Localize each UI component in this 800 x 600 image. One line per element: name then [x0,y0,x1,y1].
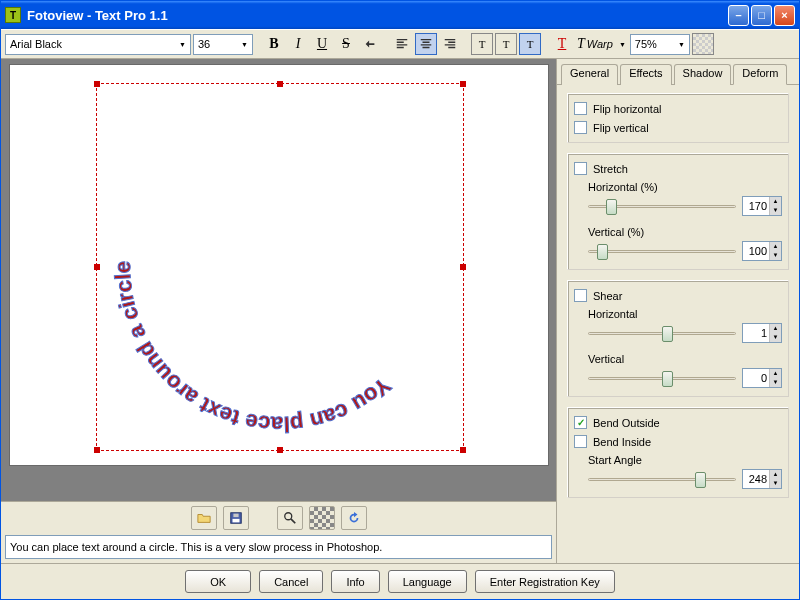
align-left-button[interactable] [391,33,413,55]
strikethrough-button[interactable]: S [335,33,357,55]
shear-v-slider[interactable] [588,368,736,388]
open-button[interactable] [191,506,217,530]
bend-inside-label: Bend Inside [593,436,651,448]
minimize-button[interactable]: – [728,5,749,26]
tab-deform[interactable]: Deform [733,64,787,85]
shear-v-row: Vertical ▲▼ [588,353,782,388]
chevron-down-icon: ▼ [235,41,248,48]
app-window: T Fotoview - Text Pro 1.1 – □ × Arial Bl… [0,0,800,600]
circular-text-path: You can place text around a circle. This… [100,87,396,437]
spin-up-icon[interactable]: ▲ [770,324,781,333]
refresh-button[interactable] [341,506,367,530]
window-title: Fotoview - Text Pro 1.1 [27,8,726,23]
canvas[interactable]: You can place text around a circle. This… [9,64,549,466]
font-size-combo[interactable]: 36 ▼ [193,34,253,55]
text-color-button[interactable]: T [551,33,573,55]
text-input[interactable]: You can place text around a circle. This… [5,535,552,559]
transparency-button[interactable] [692,33,714,55]
svg-rect-2 [232,518,239,522]
cancel-button[interactable]: Cancel [259,570,323,593]
start-angle-value[interactable] [743,472,769,486]
underline-button[interactable]: U [311,33,333,55]
stretch-v-label: Vertical (%) [588,226,782,238]
folder-open-icon [197,511,211,525]
italic-button[interactable]: I [287,33,309,55]
stretch-v-spinner[interactable]: ▲▼ [742,241,782,261]
checkbox-icon [574,162,587,175]
tab-general[interactable]: General [561,64,618,85]
ok-button[interactable]: OK [185,570,251,593]
font-size-value: 36 [198,38,210,50]
tab-shadow[interactable]: Shadow [674,64,732,85]
align-center-button[interactable] [415,33,437,55]
font-family-combo[interactable]: Arial Black ▼ [5,34,191,55]
zoom-combo[interactable]: 75% ▼ [630,34,690,55]
maximize-button[interactable]: □ [751,5,772,26]
bend-inside-checkbox[interactable]: Bend Inside [574,435,782,448]
bend-outside-checkbox[interactable]: ✓ Bend Outside [574,416,782,429]
info-button[interactable]: Info [331,570,379,593]
align-right-icon [443,37,457,51]
rotate-button[interactable] [359,33,381,55]
spin-down-icon[interactable]: ▼ [770,479,781,488]
spin-up-icon[interactable]: ▲ [770,197,781,206]
text-box-1-button[interactable]: T [471,33,493,55]
deform-panel: Flip horizontal Flip vertical Stretch Ho… [557,85,799,563]
shear-h-value[interactable] [743,326,769,340]
align-right-button[interactable] [439,33,461,55]
shear-h-spinner[interactable]: ▲▼ [742,323,782,343]
stretch-h-label: Horizontal (%) [588,181,782,193]
start-angle-label: Start Angle [588,454,782,466]
spin-down-icon[interactable]: ▼ [770,206,781,215]
stretch-h-row: Horizontal (%) ▲▼ [588,181,782,216]
save-button[interactable] [223,506,249,530]
grid-button[interactable] [309,506,335,530]
stretch-group: Stretch Horizontal (%) ▲▼ [567,153,789,270]
spin-down-icon[interactable]: ▼ [770,251,781,260]
shear-h-label: Horizontal [588,308,782,320]
start-angle-slider[interactable] [588,469,736,489]
shear-v-label: Vertical [588,353,782,365]
shear-v-spinner[interactable]: ▲▼ [742,368,782,388]
spin-down-icon[interactable]: ▼ [770,378,781,387]
shear-checkbox[interactable]: Shear [574,289,782,302]
stretch-v-value[interactable] [743,244,769,258]
tab-strip: General Effects Shadow Deform [557,63,799,85]
selection-box[interactable]: You can place text around a circle. This… [96,83,464,451]
checkbox-checked-icon: ✓ [574,416,587,429]
bold-button[interactable]: B [263,33,285,55]
chevron-down-icon: ▼ [173,41,186,48]
zoom-value: 75% [635,38,657,50]
flip-horizontal-checkbox[interactable]: Flip horizontal [574,102,782,115]
bend-group: ✓ Bend Outside Bend Inside Start Angle [567,407,789,498]
start-angle-spinner[interactable]: ▲▼ [742,469,782,489]
language-button[interactable]: Language [388,570,467,593]
close-button[interactable]: × [774,5,795,26]
flip-horizontal-label: Flip horizontal [593,103,661,115]
stretch-v-slider[interactable] [588,241,736,261]
flip-vertical-checkbox[interactable]: Flip vertical [574,121,782,134]
text-box-3-button[interactable]: T [519,33,541,55]
stretch-checkbox[interactable]: Stretch [574,162,782,175]
zoom-button[interactable] [277,506,303,530]
checkbox-icon [574,102,587,115]
magnifier-icon [283,511,297,525]
stretch-h-slider[interactable] [588,196,736,216]
warp-dropdown[interactable]: T Warp ▼ [577,36,626,52]
spin-up-icon[interactable]: ▲ [770,369,781,378]
refresh-icon [347,511,361,525]
spin-down-icon[interactable]: ▼ [770,333,781,342]
stretch-h-value[interactable] [743,199,769,213]
spin-up-icon[interactable]: ▲ [770,242,781,251]
start-angle-row: Start Angle ▲▼ [588,454,782,489]
tab-effects[interactable]: Effects [620,64,671,85]
text-box-2-button[interactable]: T [495,33,517,55]
register-button[interactable]: Enter Registration Key [475,570,615,593]
shear-h-slider[interactable] [588,323,736,343]
circular-text: You can place text around a circle. This… [97,84,463,450]
spin-up-icon[interactable]: ▲ [770,470,781,479]
rotate-icon [363,37,377,51]
shear-v-value[interactable] [743,371,769,385]
stretch-h-spinner[interactable]: ▲▼ [742,196,782,216]
svg-point-4 [284,512,291,519]
